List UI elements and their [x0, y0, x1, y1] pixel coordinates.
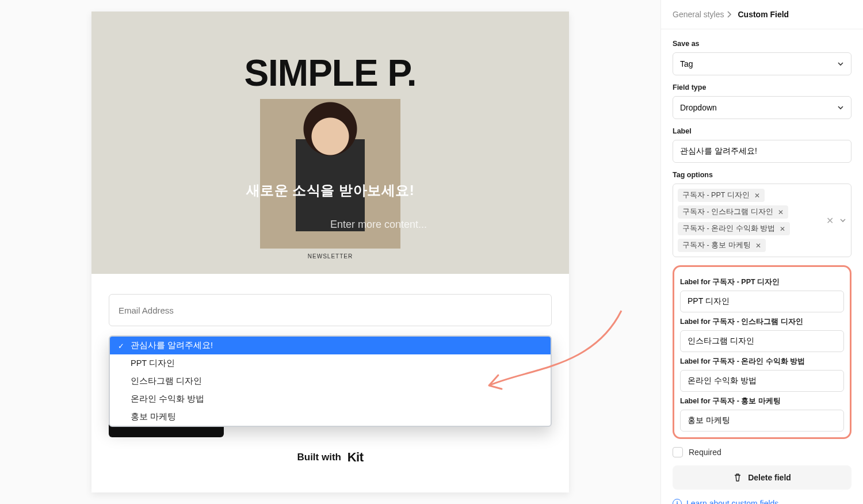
breadcrumb-prev[interactable]: General styles — [673, 10, 732, 19]
breadcrumb-current: Custom Field — [738, 10, 789, 19]
field-type-value: Dropdown — [680, 103, 717, 112]
hero-section: SIMPLE P. 새로운 소식을 받아보세요! Enter more cont… — [91, 12, 569, 274]
delete-field-button[interactable]: Delete field — [673, 465, 851, 490]
tag-chip-text: 구독자 - 인스타그램 디자인 — [682, 207, 773, 217]
label-for-input[interactable] — [680, 330, 844, 352]
label-for-label: Label for 구독자 - 온라인 수익화 방법 — [680, 357, 844, 366]
tag-chip-list: 구독자 - PPT 디자인✕ 구독자 - 인스타그램 디자인✕ 구독자 - 온라… — [678, 189, 822, 252]
tag-chip: 구독자 - 인스타그램 디자인✕ — [678, 205, 788, 219]
field-type-label: Field type — [673, 83, 851, 91]
clear-tags-icon[interactable]: ✕ — [826, 215, 834, 226]
dropdown-option[interactable]: 홍보 마케팅 — [110, 408, 551, 426]
remove-tag-icon[interactable]: ✕ — [754, 192, 760, 200]
chevron-down-icon[interactable] — [839, 217, 846, 224]
remove-tag-icon[interactable]: ✕ — [755, 242, 761, 250]
save-as-value: Tag — [680, 59, 693, 68]
label-for-highlight-group: Label for 구독자 - PPT 디자인 Label for 구독자 - … — [673, 265, 851, 439]
label-field-input[interactable] — [673, 140, 851, 163]
remove-tag-icon[interactable]: ✕ — [778, 208, 784, 216]
dropdown-option[interactable]: PPT 디자인 — [110, 354, 551, 372]
info-icon: i — [673, 499, 682, 504]
field-type-select[interactable]: Dropdown — [673, 96, 851, 119]
tag-chip: 구독자 - 온라인 수익화 방법✕ — [678, 222, 790, 235]
label-for-input[interactable] — [680, 370, 844, 392]
required-checkbox[interactable] — [673, 447, 683, 457]
dropdown-placeholder-option[interactable]: 관심사를 알려주세요! — [110, 337, 551, 354]
label-for-input[interactable] — [680, 291, 844, 312]
learn-link-text: Learn about custom fields — [686, 499, 778, 504]
form-body: 관심사를 알려주세요! PPT 디자인 인스타그램 디자인 온라인 수익화 방법… — [91, 274, 569, 492]
dropdown-menu-open[interactable]: 관심사를 알려주세요! PPT 디자인 인스타그램 디자인 온라인 수익화 방법… — [109, 335, 552, 427]
breadcrumb-prev-label: General styles — [673, 10, 724, 19]
chevron-down-icon — [837, 104, 844, 111]
label-for-label: Label for 구독자 - 인스타그램 디자인 — [680, 317, 844, 327]
built-with-text: Built with — [297, 452, 341, 463]
save-as-select[interactable]: Tag — [673, 52, 851, 75]
remove-tag-icon[interactable]: ✕ — [780, 225, 785, 233]
chevron-right-icon — [727, 11, 732, 18]
tag-options-box[interactable]: 구독자 - PPT 디자인✕ 구독자 - 인스타그램 디자인✕ 구독자 - 온라… — [673, 184, 851, 257]
newsletter-badge: NEWSLETTER — [308, 253, 353, 259]
required-label: Required — [689, 448, 721, 457]
tag-chip-text: 구독자 - 홍보 마케팅 — [682, 240, 751, 250]
settings-panel: General styles Custom Field Save as Tag … — [660, 0, 863, 504]
tag-chip-text: 구독자 - PPT 디자인 — [682, 190, 750, 200]
dropdown-option[interactable]: 온라인 수익화 방법 — [110, 390, 551, 408]
label-field-label: Label — [673, 127, 851, 135]
label-for-input[interactable] — [680, 410, 844, 432]
tag-chip: 구독자 - 홍보 마케팅✕ — [678, 239, 766, 252]
label-for-label: Label for 구독자 - PPT 디자인 — [680, 277, 844, 287]
panel-scroll[interactable]: Save as Tag Field type Dropdown Label Ta… — [661, 29, 863, 504]
save-as-label: Save as — [673, 40, 851, 48]
label-for-label: Label for 구독자 - 홍보 마케팅 — [680, 396, 844, 406]
delete-field-label: Delete field — [748, 473, 791, 482]
preview-area: SIMPLE P. 새로운 소식을 받아보세요! Enter more cont… — [0, 0, 660, 504]
learn-link[interactable]: i Learn about custom fields — [673, 499, 851, 504]
tag-options-label: Tag options — [673, 171, 851, 179]
required-row: Required — [673, 447, 851, 457]
hero-title: SIMPLE P. — [244, 52, 416, 94]
dropdown-option[interactable]: 인스타그램 디자인 — [110, 372, 551, 390]
tag-chip-text: 구독자 - 온라인 수익화 방법 — [682, 224, 775, 234]
hero-more-content-placeholder[interactable]: Enter more content... — [330, 219, 427, 231]
tag-chip: 구독자 - PPT 디자인✕ — [678, 189, 765, 202]
trash-icon — [733, 473, 742, 482]
email-input[interactable] — [109, 294, 552, 326]
tag-box-controls: ✕ — [822, 215, 846, 226]
chevron-down-icon — [837, 60, 844, 67]
panel-breadcrumb: General styles Custom Field — [661, 0, 863, 29]
kit-logo: Kit — [348, 450, 364, 464]
form-preview-card: SIMPLE P. 새로운 소식을 받아보세요! Enter more cont… — [91, 12, 569, 492]
built-with-label: Built with Kit — [109, 437, 552, 481]
hero-subtitle: 새로운 소식을 받아보세요! — [246, 181, 414, 200]
interest-dropdown[interactable]: 관심사를 알려주세요! PPT 디자인 인스타그램 디자인 온라인 수익화 방법… — [109, 335, 552, 427]
